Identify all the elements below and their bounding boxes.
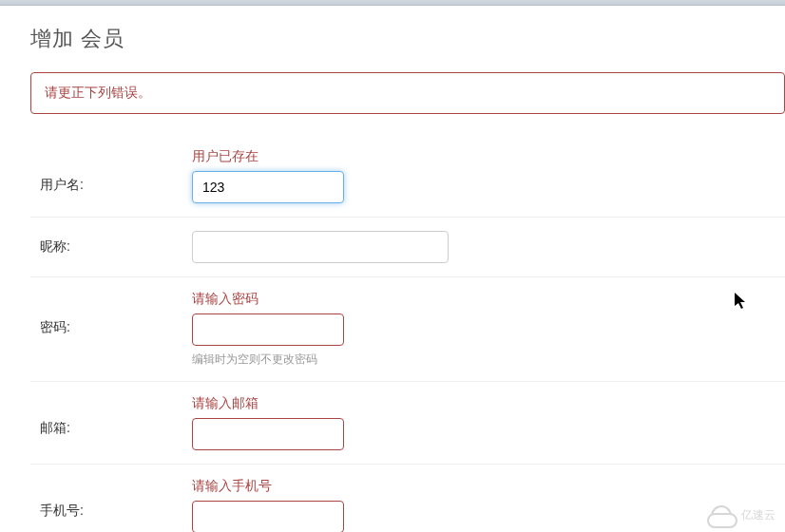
input-username[interactable]	[192, 171, 344, 203]
label-password: 密码:	[30, 291, 192, 336]
cloud-icon	[707, 505, 737, 524]
label-email: 邮箱:	[30, 395, 192, 437]
input-password[interactable]	[192, 314, 344, 346]
error-alert: 请更正下列错误。	[30, 72, 785, 114]
input-phone[interactable]	[192, 501, 344, 532]
control-nickname	[192, 231, 785, 263]
watermark: 亿速云	[707, 505, 775, 524]
row-password: 密码: 请输入密码 编辑时为空则不更改密码	[30, 277, 785, 382]
label-username: 用户名:	[30, 148, 192, 194]
input-email[interactable]	[192, 418, 344, 450]
control-password: 请输入密码 编辑时为空则不更改密码	[192, 291, 785, 368]
control-email: 请输入邮箱	[192, 395, 785, 450]
help-password: 编辑时为空则不更改密码	[192, 352, 785, 368]
row-email: 邮箱: 请输入邮箱	[30, 382, 785, 465]
error-password: 请输入密码	[192, 291, 785, 308]
row-username: 用户名: 用户已存在	[30, 135, 785, 218]
error-phone: 请输入手机号	[192, 478, 785, 495]
page-content: 增加 会员 请更正下列错误。 用户名: 用户已存在 昵称: 密码: 请输入密码 …	[0, 6, 785, 532]
error-username: 用户已存在	[192, 148, 785, 165]
row-nickname: 昵称:	[30, 218, 785, 277]
label-nickname: 昵称:	[30, 238, 192, 256]
watermark-text: 亿速云	[741, 507, 775, 523]
error-alert-text: 请更正下列错误。	[45, 85, 151, 100]
row-phone: 手机号: 请输入手机号	[30, 465, 785, 532]
page-title: 增加 会员	[30, 25, 785, 53]
label-phone: 手机号:	[30, 478, 192, 520]
control-username: 用户已存在	[192, 148, 785, 203]
error-email: 请输入邮箱	[192, 395, 785, 412]
control-phone: 请输入手机号	[192, 478, 785, 532]
input-nickname[interactable]	[192, 231, 449, 263]
